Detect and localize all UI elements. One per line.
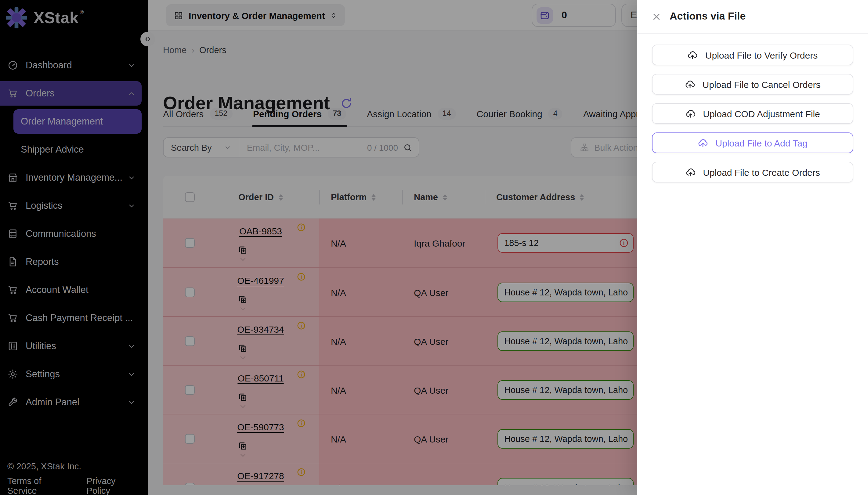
- upload-file-to-verify-orders-button[interactable]: Upload File to Verify Orders: [652, 45, 853, 65]
- app-viewport: XStak® DashboardOrdersOrder ManagementSh…: [0, 0, 868, 495]
- drawer-body: Upload File to Verify OrdersUpload File …: [637, 34, 868, 193]
- cloud-upload-icon: [698, 138, 708, 148]
- close-icon[interactable]: [652, 12, 661, 21]
- upload-file-to-add-tag-button[interactable]: Upload File to Add Tag: [652, 133, 853, 153]
- upload-button-label: Upload File to Add Tag: [715, 138, 807, 148]
- upload-file-to-cancel-orders-button[interactable]: Upload File to Cancel Orders: [652, 74, 853, 95]
- upload-button-label: Upload File to Cancel Orders: [702, 79, 821, 89]
- cloud-upload-icon: [687, 50, 698, 60]
- cloud-upload-icon: [685, 108, 696, 119]
- actions-via-file-drawer: Actions via File Upload File to Verify O…: [637, 0, 868, 495]
- upload-file-to-create-orders-button[interactable]: Upload File to Create Orders: [652, 162, 853, 183]
- drawer-title: Actions via File: [670, 11, 746, 22]
- cloud-upload-icon: [685, 79, 695, 89]
- upload-cod-adjustment-file-button[interactable]: Upload COD Adjustment File: [652, 103, 853, 124]
- cloud-upload-icon: [685, 167, 696, 177]
- upload-button-label: Upload COD Adjustment File: [703, 108, 820, 119]
- upload-button-label: Upload File to Create Orders: [703, 167, 820, 177]
- upload-button-label: Upload File to Verify Orders: [705, 50, 818, 60]
